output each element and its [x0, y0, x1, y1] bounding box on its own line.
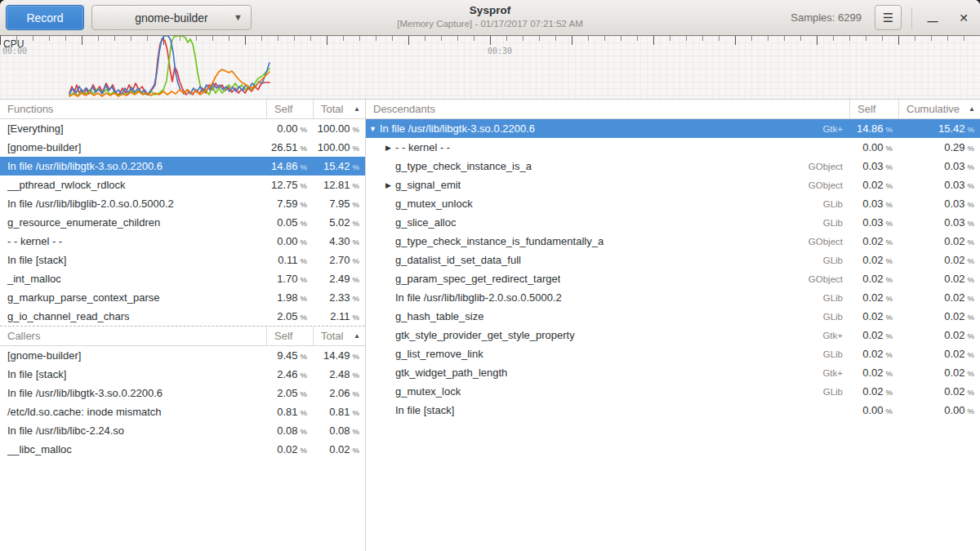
percent-sign: %: [968, 350, 974, 359]
total-percent: 12.81%: [313, 179, 365, 191]
column-header-self[interactable]: Self: [266, 100, 313, 119]
function-name: g_datalist_id_set_data_full: [395, 254, 521, 266]
callers-row[interactable]: /etc/ld.so.cache: inode mismatch0.81%0.8…: [0, 402, 365, 421]
category-label: GObject: [808, 162, 849, 171]
column-header-descendants[interactable]: Descendants: [366, 100, 849, 119]
function-name: [gnome-builder]: [0, 141, 266, 153]
descendants-row[interactable]: g_type_check_instance_is_aGObject0.03%0.…: [366, 157, 980, 176]
descendants-row[interactable]: gtk_style_provider_get_style_propertyGtk…: [366, 326, 980, 344]
percent-sign: %: [301, 427, 307, 436]
category-label: GLib: [823, 387, 849, 397]
functions-row[interactable]: _int_malloc1.70%2.49%: [0, 269, 365, 288]
self-percent: 1.98%: [266, 291, 313, 304]
column-header-callers[interactable]: Callers: [0, 327, 266, 346]
descendants-row[interactable]: ▶- - kernel - -0.00%0.29%: [366, 138, 980, 157]
descendants-row[interactable]: g_param_spec_get_redirect_targetGObject0…: [366, 269, 980, 288]
callers-row[interactable]: In file [stack]2.46%2.48%: [0, 365, 365, 384]
percent-sign: %: [886, 369, 893, 378]
cumulative-percent: 0.02%: [898, 329, 980, 341]
column-header-total[interactable]: Total▲: [313, 100, 365, 119]
functions-row[interactable]: __pthread_rwlock_rdlock12.75%12.81%: [0, 176, 365, 194]
column-header-functions[interactable]: Functions: [0, 100, 266, 119]
self-percent: 0.02%: [849, 329, 898, 341]
descendants-row[interactable]: In file /usr/lib/libglib-2.0.so.0.5000.2…: [366, 288, 980, 307]
descendants-row[interactable]: g_type_check_instance_is_fundamentally_a…: [366, 232, 980, 251]
callers-row[interactable]: [gnome-builder]9.45%14.49%: [0, 346, 365, 365]
expander-closed-icon[interactable]: ▶: [381, 181, 395, 189]
self-percent: 0.02%: [849, 310, 898, 322]
column-header-total[interactable]: Total▲: [313, 327, 365, 346]
functions-table: FunctionsSelfTotal▲[Everything]0.00%100.…: [0, 100, 365, 326]
total-percent: 2.33%: [313, 291, 365, 304]
expander-open-icon[interactable]: ▼: [366, 125, 380, 133]
menu-button[interactable]: ☰: [875, 5, 902, 30]
tree-name-cell: g_param_spec_get_redirect_targetGObject: [366, 273, 849, 285]
functions-row[interactable]: In file /usr/lib/libglib-2.0.so.0.5000.2…: [0, 194, 365, 213]
functions-row[interactable]: g_markup_parse_context_parse1.98%2.33%: [0, 288, 365, 307]
percent-sign: %: [886, 350, 893, 359]
function-name: In file [stack]: [395, 404, 454, 416]
function-name: - - kernel - -: [395, 141, 450, 153]
tree-name-cell: g_mutex_lockGLib: [366, 385, 849, 398]
functions-row[interactable]: [gnome-builder]26.51%100.00%: [0, 138, 365, 157]
callers-row[interactable]: __libc_malloc0.02%0.02%: [0, 440, 365, 459]
function-name: g_signal_emit: [395, 179, 461, 191]
self-percent: 9.45%: [266, 349, 313, 362]
window-titlebox: Sysprof [Memory Capture] - 01/17/2017 07…: [397, 4, 583, 29]
close-button[interactable]: ✕: [953, 6, 974, 30]
tree-name-cell: g_list_remove_linkGLib: [366, 348, 849, 360]
callers-row[interactable]: In file /usr/lib/libgtk-3.so.0.2200.62.0…: [0, 384, 365, 402]
tree-name-cell: g_type_check_instance_is_fundamentally_a…: [366, 235, 849, 247]
category-label: Gtk+: [822, 331, 849, 340]
percent-sign: %: [301, 144, 307, 153]
percent-sign: %: [968, 125, 974, 134]
column-header-self[interactable]: Self: [266, 327, 313, 346]
function-name: In file [stack]: [0, 254, 266, 266]
cpu-graph[interactable]: CPU 00:0000:30: [0, 36, 980, 100]
descendants-row[interactable]: gtk_widget_path_lengthGtk+0.02%0.02%: [366, 363, 980, 382]
function-name: __libc_malloc: [0, 443, 266, 455]
functions-row[interactable]: - - kernel - -0.00%4.30%: [0, 232, 365, 251]
time-label: 00:00: [2, 47, 27, 56]
function-name: g_hash_table_size: [395, 310, 483, 322]
descendants-row[interactable]: g_mutex_unlockGLib0.03%0.03%: [366, 194, 980, 213]
percent-sign: %: [353, 446, 359, 455]
percent-sign: %: [886, 181, 893, 190]
self-percent: 26.51%: [266, 141, 313, 153]
self-percent: 14.86%: [266, 160, 313, 172]
total-percent: 0.02%: [313, 443, 365, 455]
descendants-row[interactable]: g_hash_table_sizeGLib0.02%0.02%: [366, 307, 980, 326]
callers-row[interactable]: In file /usr/lib/libc-2.24.so0.08%0.08%: [0, 421, 365, 440]
descendants-row[interactable]: g_slice_allocGLib0.03%0.03%: [366, 213, 980, 232]
functions-row[interactable]: g_io_channel_read_chars2.05%2.11%: [0, 307, 365, 326]
total-percent: 100.00%: [313, 122, 365, 135]
functions-row[interactable]: g_resource_enumerate_children0.05%5.02%: [0, 213, 365, 232]
functions-row[interactable]: In file [stack]0.11%2.70%: [0, 251, 365, 269]
expander-closed-icon[interactable]: ▶: [381, 144, 395, 152]
cumulative-percent: 0.02%: [898, 254, 980, 266]
descendants-row[interactable]: In file [stack]0.00%0.00%: [366, 401, 980, 420]
category-label: GLib: [823, 218, 849, 228]
descendants-table: DescendantsSelfCumulative▲▼In file /usr/…: [366, 100, 980, 420]
cumulative-percent: 0.03%: [898, 216, 980, 229]
percent-sign: %: [301, 408, 307, 417]
minimize-button[interactable]: —: [922, 6, 943, 30]
descendants-row[interactable]: g_datalist_id_set_data_fullGLib0.02%0.02…: [366, 251, 980, 269]
descendants-row[interactable]: ▶g_signal_emitGObject0.02%0.03%: [366, 176, 980, 194]
functions-row[interactable]: In file /usr/lib/libgtk-3.so.0.2200.614.…: [0, 157, 365, 176]
column-header-self[interactable]: Self: [849, 100, 898, 119]
descendants-row[interactable]: g_mutex_lockGLib0.02%0.02%: [366, 382, 980, 401]
percent-sign: %: [968, 275, 974, 284]
category-label: GLib: [823, 256, 849, 265]
percent-sign: %: [968, 181, 974, 190]
functions-row[interactable]: [Everything]0.00%100.00%: [0, 119, 365, 138]
descendants-row[interactable]: ▼In file /usr/lib/libgtk-3.so.0.2200.6Gt…: [366, 119, 980, 138]
column-header-cumulative[interactable]: Cumulative▲: [898, 100, 980, 119]
percent-sign: %: [301, 238, 307, 247]
percent-sign: %: [886, 200, 893, 209]
record-button[interactable]: Record: [6, 5, 84, 30]
function-name: [Everything]: [0, 122, 266, 135]
process-selector-dropdown[interactable]: gnome-builder ▼: [91, 5, 252, 30]
tree-name-cell: g_mutex_unlockGLib: [366, 198, 849, 210]
descendants-row[interactable]: g_list_remove_linkGLib0.02%0.02%: [366, 344, 980, 363]
